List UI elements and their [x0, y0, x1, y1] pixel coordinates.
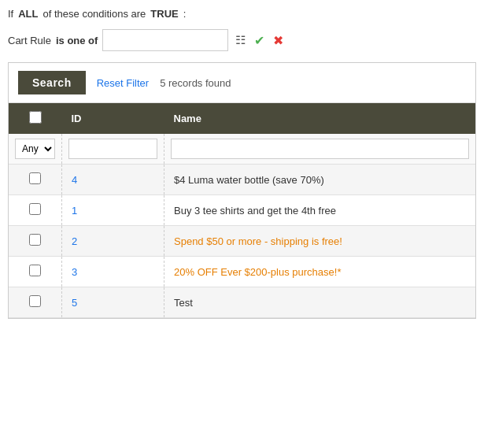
- row-checkbox-cell: [9, 165, 62, 195]
- row-select-checkbox[interactable]: [29, 265, 41, 276]
- table-row: 5Test: [9, 287, 475, 318]
- filter-id-input[interactable]: [68, 139, 157, 159]
- row-name-cell: Spend $50 or more - shipping is free!: [164, 226, 476, 257]
- search-toolbar: Search Reset Filter 5 records found: [9, 63, 475, 103]
- filter-any-select[interactable]: Any: [15, 139, 55, 159]
- row-id-cell: 3: [62, 257, 164, 287]
- cancel-icon[interactable]: ✖: [271, 33, 285, 47]
- rule-value-input[interactable]: [102, 29, 228, 51]
- filter-name-input[interactable]: [171, 139, 469, 159]
- row-id-link[interactable]: 1: [72, 205, 77, 217]
- row-select-checkbox[interactable]: [29, 172, 41, 184]
- row-name-cell: $4 Luma water bottle (save 70%): [164, 165, 476, 195]
- results-table: ID Name Any: [9, 103, 475, 318]
- if-label: If: [8, 8, 13, 20]
- row-id-link[interactable]: 3: [72, 266, 77, 278]
- table-row: 2Spend $50 or more - shipping is free!: [9, 226, 475, 257]
- row-name-text: $4 Luma water bottle (save 70%): [174, 174, 324, 186]
- search-panel: Search Reset Filter 5 records found ID N…: [8, 62, 476, 319]
- row-id-cell: 2: [62, 226, 164, 257]
- rule-operator-label: is one of: [56, 35, 98, 46]
- all-keyword: ALL: [18, 8, 38, 20]
- condition-bar: If ALL of these conditions are TRUE :: [8, 8, 476, 20]
- row-name-text: Spend $50 or more - shipping is free!: [174, 235, 342, 247]
- reset-filter-link[interactable]: Reset Filter: [97, 77, 149, 89]
- row-name-cell: Test: [164, 287, 476, 318]
- row-id-cell: 5: [62, 287, 164, 318]
- rule-field-label: Cart Rule: [8, 35, 51, 46]
- row-id-link[interactable]: 2: [72, 235, 77, 247]
- grid-icon[interactable]: ☷: [233, 33, 247, 47]
- records-count: 5 records found: [160, 77, 231, 89]
- row-checkbox-cell: [9, 195, 62, 226]
- row-id-cell: 4: [62, 165, 164, 195]
- row-checkbox-cell: [9, 257, 62, 287]
- table-row: 4$4 Luma water bottle (save 70%): [9, 165, 475, 195]
- row-id-cell: 1: [62, 195, 164, 226]
- middle-text: of these conditions are: [43, 8, 146, 20]
- select-all-checkbox[interactable]: [29, 111, 42, 124]
- search-button[interactable]: Search: [18, 71, 86, 94]
- table-row: 1Buy 3 tee shirts and get the 4th free: [9, 195, 475, 226]
- row-name-text: 20% OFF Ever $200-plus purchase!*: [174, 266, 341, 278]
- table-row: 320% OFF Ever $200-plus purchase!*: [9, 257, 475, 287]
- check-icon[interactable]: ✔: [252, 33, 266, 47]
- row-select-checkbox[interactable]: [29, 203, 41, 215]
- row-checkbox-cell: [9, 287, 62, 318]
- true-keyword: TRUE: [150, 8, 178, 20]
- header-id: ID: [62, 103, 164, 134]
- row-name-cell: 20% OFF Ever $200-plus purchase!*: [164, 257, 476, 287]
- row-id-link[interactable]: 4: [72, 174, 77, 186]
- header-checkbox-cell: [9, 103, 62, 134]
- row-name-cell: Buy 3 tee shirts and get the 4th free: [164, 195, 476, 226]
- table-header: ID Name: [9, 103, 475, 134]
- row-name-text: Buy 3 tee shirts and get the 4th free: [174, 205, 336, 217]
- filter-id-cell: [62, 134, 164, 165]
- rule-condition-row: Cart Rule is one of ☷ ✔ ✖: [8, 29, 476, 51]
- row-select-checkbox[interactable]: [29, 234, 41, 246]
- row-checkbox-cell: [9, 226, 62, 257]
- row-select-checkbox[interactable]: [29, 295, 41, 307]
- header-name: Name: [164, 103, 476, 134]
- filter-any-cell: Any: [9, 134, 62, 165]
- colon-suffix: :: [183, 8, 187, 20]
- filter-name-cell: [164, 134, 476, 165]
- filter-row: Any: [9, 134, 475, 165]
- table-body: Any 4$4 Luma water bottle (save 70%)1Buy…: [9, 134, 475, 318]
- row-id-link[interactable]: 5: [72, 297, 77, 309]
- row-name-text: Test: [174, 297, 193, 309]
